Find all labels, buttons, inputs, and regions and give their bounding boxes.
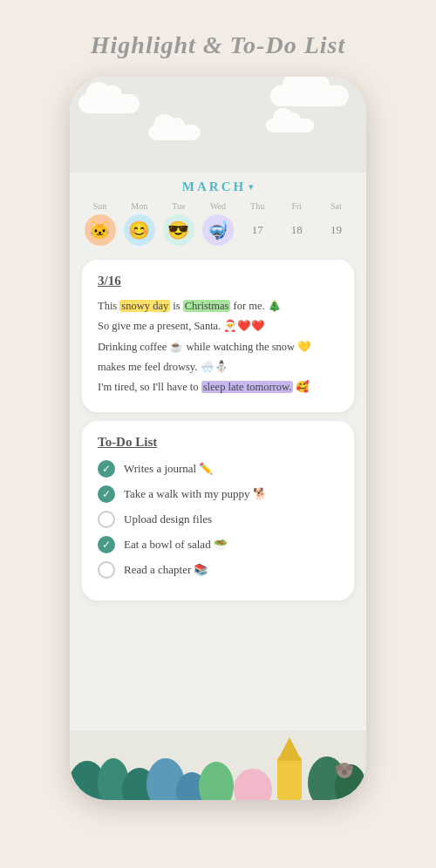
entry-line-1: This snowy day is Christmas for me. 🎄 <box>98 297 338 315</box>
phone-mockup: MARCH ▾ Sun Mon Tue Wed Thu Fri Sat 🐱 😊 … <box>70 77 366 800</box>
todo-item-2[interactable]: ✓ Take a walk with my puppy 🐕 <box>98 485 338 503</box>
cloud-3 <box>148 125 201 140</box>
svg-point-13 <box>346 765 353 770</box>
phone-content[interactable]: 3/16 This snowy day is Christmas for me.… <box>70 251 366 730</box>
todo-text-4: Eat a bowl of salad 🥗 <box>124 538 228 552</box>
day-cell-14[interactable]: 😊 <box>119 214 159 246</box>
avatar-16: 🤿 <box>202 214 234 246</box>
day-cell-16[interactable]: 🤿 <box>198 214 237 246</box>
highlight-christmas: Christmas <box>183 300 231 312</box>
todo-text-5: Read a chapter 📚 <box>124 563 208 577</box>
svg-marker-8 <box>277 737 302 761</box>
entry-line-3: Drinking coffee ☕ while watching the sno… <box>98 338 338 356</box>
tree-decoration <box>70 730 366 800</box>
todo-card: To-Do List ✓ Writes a journal ✏️ ✓ Take … <box>82 421 354 600</box>
entry-line-2: So give me a present, Santa. 🎅❤️❤️ <box>98 317 338 336</box>
todo-text-3: Upload design files <box>124 512 212 526</box>
day-labels: Sun Mon Tue Wed Thu Fri Sat <box>80 201 356 211</box>
day-label-wed: Wed <box>198 201 237 211</box>
highlight-card: 3/16 This snowy day is Christmas for me.… <box>82 260 354 412</box>
trees-svg <box>70 730 366 800</box>
day-label-sun: Sun <box>80 201 119 211</box>
sky-area <box>70 77 366 173</box>
day-cell-18[interactable]: 18 <box>277 220 317 241</box>
svg-point-12 <box>336 765 343 770</box>
todo-check-1[interactable]: ✓ <box>98 460 115 478</box>
day-label-thu: Thu <box>238 201 277 211</box>
todo-title: To-Do List <box>98 435 338 450</box>
todo-text-1: Writes a journal ✏️ <box>124 462 213 476</box>
todo-check-3[interactable] <box>98 511 115 528</box>
day-num-19: 19 <box>330 220 342 241</box>
svg-point-6 <box>234 769 272 800</box>
highlight-snowy-day: snowy day <box>119 300 170 312</box>
calendar-area: Sun Mon Tue Wed Thu Fri Sat 🐱 😊 😎 🤿 <box>70 198 366 251</box>
cloud-2 <box>270 85 349 106</box>
month-header: MARCH ▾ <box>70 173 366 198</box>
svg-point-14 <box>342 770 347 775</box>
todo-item-3[interactable]: Upload design files <box>98 511 338 528</box>
entry-line-5: I'm tired, so I'll have to sleep late to… <box>98 378 338 397</box>
todo-check-5[interactable] <box>98 561 115 579</box>
todo-item-1[interactable]: ✓ Writes a journal ✏️ <box>98 460 338 478</box>
svg-rect-7 <box>277 756 302 800</box>
day-label-tue: Tue <box>159 201 198 211</box>
svg-point-5 <box>199 762 234 800</box>
todo-text-2: Take a walk with my puppy 🐕 <box>124 487 267 501</box>
entry-line-4: makes me feel drowsy. 🌨️⛄ <box>98 358 338 376</box>
entry-date: 3/16 <box>98 274 338 288</box>
cloud-4 <box>266 119 314 132</box>
day-label-sat: Sat <box>317 201 356 211</box>
month-dropdown-arrow[interactable]: ▾ <box>249 181 254 193</box>
day-cell-17[interactable]: 17 <box>238 220 277 241</box>
day-num-17: 17 <box>252 220 263 241</box>
page-title: Highlight & To-Do List <box>91 31 345 59</box>
day-cells: 🐱 😊 😎 🤿 17 18 19 <box>80 214 356 246</box>
day-cell-19[interactable]: 19 <box>317 220 356 241</box>
todo-check-2[interactable]: ✓ <box>98 485 115 503</box>
avatar-14: 😊 <box>124 214 155 246</box>
day-cell-13[interactable]: 🐱 <box>80 214 119 246</box>
todo-check-4[interactable]: ✓ <box>98 536 115 553</box>
todo-item-4[interactable]: ✓ Eat a bowl of salad 🥗 <box>98 536 338 553</box>
day-num-18: 18 <box>291 220 303 241</box>
cloud-1 <box>78 94 140 113</box>
highlight-sleep-late: sleep late tomorrow. <box>201 381 294 393</box>
day-label-fri: Fri <box>277 201 317 211</box>
day-label-mon: Mon <box>119 201 159 211</box>
day-cell-15[interactable]: 😎 <box>159 214 198 246</box>
avatar-15: 😎 <box>163 214 194 246</box>
todo-item-5[interactable]: Read a chapter 📚 <box>98 561 338 579</box>
avatar-13: 🐱 <box>85 214 116 246</box>
month-label: MARCH <box>182 180 246 194</box>
